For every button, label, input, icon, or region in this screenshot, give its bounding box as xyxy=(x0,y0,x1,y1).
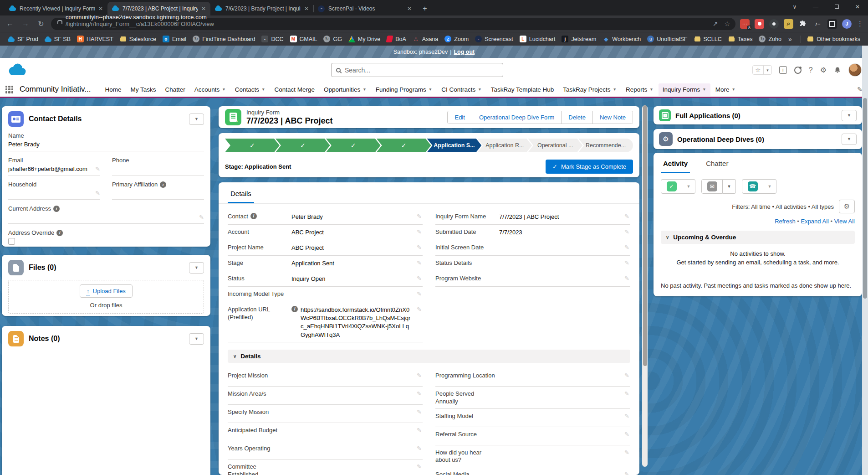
nav-tab[interactable]: Reports ▼ xyxy=(622,83,658,96)
field-value[interactable]: 7/7/2023 | ABC Project xyxy=(499,213,559,221)
edit-icon[interactable]: ✎ xyxy=(417,213,422,220)
todo-extension-icon[interactable]: ⋯8 xyxy=(740,19,750,29)
field-value[interactable]: Application Sent xyxy=(291,259,334,268)
card-actions-dropdown[interactable]: ▼ xyxy=(842,134,857,145)
path-stage[interactable]: Application R... xyxy=(477,139,532,152)
field-value[interactable]: Inquiry Open xyxy=(291,275,325,283)
bookmark-item[interactable]: FindTime Dashboard xyxy=(189,34,258,44)
nav-tab[interactable]: TaskRay Projects ▼ xyxy=(559,83,621,96)
notifications-bell-icon[interactable] xyxy=(834,67,841,74)
tab-close-icon[interactable]: ✕ xyxy=(304,5,309,12)
bookmark-item[interactable]: My Drive xyxy=(345,34,383,44)
scrollbar-thumb[interactable] xyxy=(863,98,867,299)
activity-tab[interactable]: Activity xyxy=(661,159,690,173)
favorites-caret-icon[interactable]: ▾ xyxy=(763,66,771,74)
back-icon[interactable]: ← xyxy=(5,20,15,28)
content-scrollbar[interactable] xyxy=(642,105,648,467)
edit-icon[interactable]: ✎ xyxy=(624,390,629,397)
current-address-field[interactable]: Current Addressi ✎ xyxy=(8,203,204,224)
bookmark-item[interactable]: Jetstream xyxy=(558,34,599,44)
field-value[interactable]: 7/7/2023 xyxy=(499,228,522,237)
phone-field[interactable]: Phone xyxy=(112,155,204,176)
help-icon[interactable]: ? xyxy=(809,66,813,74)
household-field[interactable]: Household ✎ xyxy=(8,179,100,200)
edit-icon[interactable]: ✎ xyxy=(417,244,422,251)
edit-icon[interactable]: ✎ xyxy=(624,275,629,282)
tracker-extension-icon[interactable] xyxy=(755,19,764,29)
field-value[interactable]: ABC Project xyxy=(291,228,324,237)
email-field[interactable]: Email jshaffer66+peterb@gmail.com ✎ xyxy=(8,155,100,176)
tab-close-icon[interactable]: ✕ xyxy=(98,5,103,12)
edit-icon[interactable]: ✎ xyxy=(417,306,422,313)
share-icon[interactable]: ↗ xyxy=(713,20,718,27)
forward-icon[interactable]: → xyxy=(20,20,31,28)
edit-icon[interactable]: ✎ xyxy=(624,413,629,419)
bookmark-item[interactable]: SF SB xyxy=(41,34,74,44)
nav-tab[interactable]: Funding Programs ▼ xyxy=(372,83,436,96)
field-value[interactable]: https://sandbox.formstack.io/Ofmnt0ZnX0W… xyxy=(301,306,412,339)
lock-icon[interactable] xyxy=(56,22,61,26)
path-stage[interactable]: Application S... xyxy=(427,139,482,152)
edit-icon[interactable]: ✎ xyxy=(417,275,422,282)
bookmark-item[interactable]: SF Prod xyxy=(5,34,41,44)
details-tab[interactable]: Details xyxy=(228,190,254,203)
info-icon[interactable]: i xyxy=(160,181,166,188)
app-launcher-icon[interactable] xyxy=(5,86,13,93)
nav-tab[interactable]: Contacts ▼ xyxy=(231,83,270,96)
bookmark-item[interactable]: Asana xyxy=(409,34,441,44)
edit-icon[interactable]: ✎ xyxy=(417,290,422,297)
trailhead-icon[interactable] xyxy=(794,67,802,74)
bookmark-item[interactable]: HARVEST xyxy=(74,34,117,44)
path-stage[interactable]: Recommende... xyxy=(578,139,633,152)
path-stage[interactable]: ✓ xyxy=(225,139,280,152)
user-avatar[interactable] xyxy=(848,63,862,77)
email-dropdown-caret[interactable]: ▼ xyxy=(723,179,736,194)
inspector-extension-icon[interactable] xyxy=(784,19,793,29)
info-icon[interactable]: i xyxy=(291,306,298,312)
minimize-button[interactable]: — xyxy=(805,4,826,10)
path-stage[interactable]: ✓ xyxy=(377,139,431,152)
bookmark-item[interactable]: Salesforce xyxy=(117,34,159,44)
upload-files-button[interactable]: ↑ Upload Files xyxy=(80,284,133,298)
edit-icon[interactable]: ✎ xyxy=(624,431,629,438)
tab-search-icon[interactable]: ∨ xyxy=(784,4,805,10)
extensions-puzzle-icon[interactable] xyxy=(798,19,808,29)
reload-icon[interactable]: ↻ xyxy=(36,20,46,28)
bookmark-item[interactable]: DCC xyxy=(258,34,286,44)
edit-icon[interactable]: ✎ xyxy=(417,408,422,415)
bookmark-item[interactable]: BoA xyxy=(383,34,409,44)
maximize-button[interactable] xyxy=(826,4,847,10)
email-link[interactable]: jshaffer66+peterb@gmail.com xyxy=(8,165,92,173)
nav-tab[interactable]: CI Contracts ▼ xyxy=(437,83,485,96)
edit-icon[interactable]: ✎ xyxy=(624,213,629,220)
activity-link[interactable]: View All xyxy=(831,218,855,225)
mark-stage-complete-button[interactable]: ✓ Mark Stage as Complete xyxy=(546,160,633,174)
activity-settings-gear-icon[interactable]: ⚙ xyxy=(839,200,855,213)
nav-tab[interactable]: Accounts ▼ xyxy=(190,83,230,96)
other-bookmarks[interactable]: Other bookmarks xyxy=(804,34,863,44)
nav-tab[interactable]: Home xyxy=(101,83,126,96)
global-search[interactable] xyxy=(331,63,503,77)
activity-link[interactable]: Expand All xyxy=(797,218,829,225)
bookmark-item[interactable]: Screencast xyxy=(472,34,516,44)
tab-close-icon[interactable]: ✕ xyxy=(407,5,412,12)
browser-tab[interactable]: 7/6/2023 | Brady Project | Inquiry ✕ xyxy=(210,2,313,15)
record-action-button[interactable]: Delete xyxy=(561,111,592,124)
record-action-button[interactable]: Operational Deep Dive Form xyxy=(472,111,561,124)
activity-link[interactable]: Refresh xyxy=(775,218,796,225)
info-icon[interactable]: i xyxy=(250,213,257,219)
bookmark-star-icon[interactable]: ☆ xyxy=(724,20,730,27)
bookmark-item[interactable]: Email xyxy=(159,34,189,44)
dark-extension-icon[interactable] xyxy=(827,19,837,29)
record-action-button[interactable]: New Note xyxy=(592,111,633,124)
card-actions-dropdown[interactable]: ▼ xyxy=(842,110,857,121)
edit-icon[interactable]: ✎ xyxy=(624,244,629,251)
bookmark-item[interactable]: GMAIL xyxy=(287,34,321,44)
log-call-button[interactable]: ☎ xyxy=(742,179,763,194)
edit-icon[interactable]: ✎ xyxy=(417,372,422,379)
bookmark-item[interactable]: Taxes xyxy=(725,34,756,44)
page-scrollbar[interactable] xyxy=(862,46,868,475)
primary-affiliation-field[interactable]: Primary Affiliationi xyxy=(112,179,204,200)
card-actions-dropdown[interactable]: ▼ xyxy=(189,333,204,345)
bookmark-item[interactable]: Workbench xyxy=(599,34,644,44)
